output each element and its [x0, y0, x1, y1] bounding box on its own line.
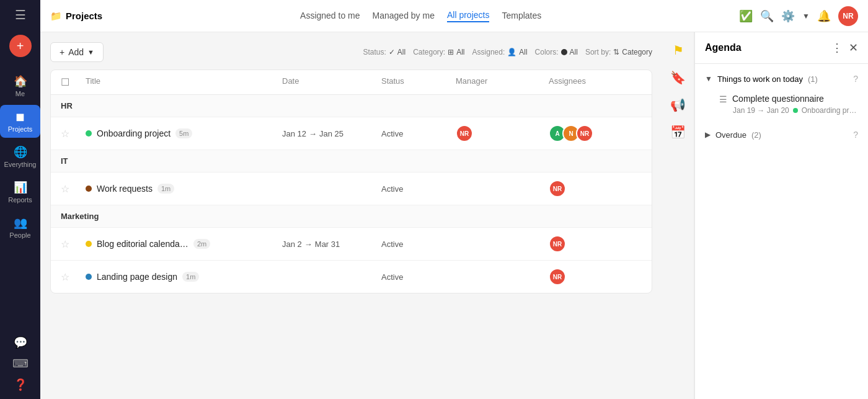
sidebar-label-me: Me	[16, 90, 25, 97]
things-to-work-label: Things to work on today	[717, 74, 803, 84]
add-bar: + Add ▼ Status: ✓ All Category: ⊞ All	[50, 42, 652, 62]
sidebar-item-projects[interactable]: ◼ Projects	[0, 105, 40, 138]
filter-status[interactable]: Status: ✓ All	[363, 48, 405, 56]
overdue-header[interactable]: ▶ Overdue (2) ?	[705, 130, 858, 140]
table-row: ☆ Landing page design 1m Active NR	[51, 261, 652, 293]
folder-icon: 📁	[50, 11, 62, 22]
category-filter-value: All	[456, 48, 464, 56]
badge-blog: 2m	[193, 239, 210, 249]
agenda-more-icon[interactable]: ⋮	[831, 41, 843, 55]
agenda-title: Agenda	[705, 42, 742, 53]
add-label: Add	[68, 47, 84, 57]
sidebar-label-reports: Reports	[8, 196, 32, 204]
yellow-flag-item[interactable]: ⚑	[666, 38, 690, 62]
filter-category[interactable]: Category: ⊞ All	[413, 48, 464, 56]
date-col-header: Date	[282, 76, 381, 88]
sidebar-item-people[interactable]: 👥 People	[0, 211, 40, 244]
project-name-landing[interactable]: Landing page design 1m	[86, 272, 282, 282]
agenda-task-questionnaire[interactable]: ☰ Complete questionnaire Jan 19 → Jan 20…	[695, 89, 868, 120]
status-filter-label: Status:	[363, 48, 386, 56]
star-icon-landing[interactable]: ☆	[61, 271, 86, 283]
page-title: 📁 Projects	[50, 11, 102, 22]
user-avatar[interactable]: NR	[838, 6, 858, 26]
agenda-header: Agenda ⋮ ✕	[695, 32, 868, 64]
task-header: ☰ Complete questionnaire	[719, 94, 858, 104]
chevron-down-icon[interactable]: ▼	[802, 12, 810, 20]
left-sidebar: ☰ + 🏠 Me ◼ Projects 🌐 Everything 📊 Repor…	[0, 0, 40, 399]
calendar-item[interactable]: 📅	[666, 120, 690, 144]
status-check-icon[interactable]: ✅	[739, 9, 753, 23]
notifications-icon[interactable]: 🔔	[817, 9, 831, 23]
sidebar-label-projects: Projects	[8, 125, 33, 133]
topbar: 📁 Projects Assigned to me Managed by me …	[40, 0, 868, 32]
star-icon-work-requests[interactable]: ☆	[61, 183, 86, 195]
nav-assigned-to-me[interactable]: Assigned to me	[300, 11, 360, 22]
badge-work-requests: 1m	[157, 184, 174, 194]
megaphone-item[interactable]: 📢	[666, 93, 690, 117]
assignees-onboarding: A N NR	[549, 125, 642, 142]
section-marketing: Marketing	[51, 205, 652, 228]
section-hr: HR	[51, 95, 652, 117]
star-icon-onboarding[interactable]: ☆	[61, 128, 86, 140]
filter-sort[interactable]: Sort by: ⇅ Category	[585, 48, 652, 56]
dropdown-arrow: ▼	[87, 48, 94, 56]
sort-filter-label: Sort by:	[585, 48, 611, 56]
help-icon[interactable]: ❓	[14, 378, 27, 392]
plus-icon: +	[60, 47, 64, 57]
checkbox-header[interactable]: ☐	[61, 76, 86, 88]
agenda-section-today: ▼ Things to work on today (1) ? ☰ Comple…	[695, 69, 868, 120]
table-row: ☆ Work requests 1m Active NR	[51, 173, 652, 205]
sidebar-item-everything[interactable]: 🌐 Everything	[0, 140, 40, 173]
menu-icon[interactable]: ☰	[15, 7, 26, 22]
agenda-section-overdue: ▶ Overdue (2) ?	[695, 125, 868, 145]
reports-icon: 📊	[14, 181, 27, 194]
project-name-onboarding[interactable]: Onboarding project 5m	[86, 128, 282, 138]
people-icon: 👥	[14, 216, 27, 230]
project-title-onboarding: Onboarding project	[97, 128, 170, 138]
status-work-requests: Active	[381, 184, 456, 194]
sidebar-item-reports[interactable]: 📊 Reports	[0, 176, 40, 208]
category-icon: ⊞	[448, 48, 454, 56]
assignees-blog: NR	[549, 235, 642, 253]
assignee-avatar-nr-landing: NR	[549, 268, 566, 285]
assigned-filter-label: Assigned:	[472, 48, 505, 56]
task-title: Complete questionnaire	[732, 94, 824, 104]
star-icon-blog[interactable]: ☆	[61, 238, 86, 250]
manager-avatar-nr: NR	[456, 125, 473, 142]
add-button[interactable]: + Add ▼	[50, 42, 104, 62]
sidebar-item-me[interactable]: 🏠 Me	[0, 69, 40, 102]
project-name-work-requests[interactable]: Work requests 1m	[86, 184, 282, 194]
task-date: Jan 19 → Jan 20	[733, 106, 789, 115]
nav-managed-by-me[interactable]: Managed by me	[373, 11, 435, 22]
agenda-section-header-left: ▼ Things to work on today (1)	[705, 74, 818, 84]
home-icon: 🏠	[14, 74, 27, 88]
date-onboarding: Jan 12 → Jan 25	[282, 129, 381, 138]
projects-icon: ◼	[16, 110, 25, 123]
chat-icon[interactable]: 💬	[14, 336, 27, 349]
overdue-label: Overdue	[715, 130, 746, 140]
agenda-close-icon[interactable]: ✕	[849, 41, 858, 55]
manager-col-header: Manager	[456, 76, 549, 88]
blue-bookmark-item[interactable]: 🔖	[666, 66, 690, 89]
global-add-button[interactable]: +	[9, 35, 32, 57]
nav-templates[interactable]: Templates	[502, 11, 541, 22]
assignees-landing: NR	[549, 268, 642, 285]
filter-assigned[interactable]: Assigned: 👤 All	[472, 48, 528, 56]
keyboard-icon[interactable]: ⌨	[12, 357, 29, 370]
filter-colors[interactable]: Colors: All	[535, 48, 578, 56]
help-circle-overdue-icon[interactable]: ?	[853, 130, 858, 140]
project-name-blog[interactable]: Blog editorial calenda… 2m	[86, 239, 282, 249]
project-title-work-requests: Work requests	[97, 184, 153, 194]
search-icon[interactable]: 🔍	[760, 9, 774, 23]
nav-all-projects[interactable]: All projects	[447, 10, 489, 22]
colors-filter-value: All	[570, 48, 578, 56]
badge-landing: 1m	[182, 272, 199, 282]
status-filter-value: All	[397, 48, 405, 56]
main-content: 📁 Projects Assigned to me Managed by me …	[40, 0, 868, 399]
chevron-down-icon: ▼	[705, 74, 712, 83]
sort-filter-value: Category	[622, 48, 652, 56]
help-circle-icon[interactable]: ?	[853, 74, 858, 84]
settings-icon[interactable]: ⚙️	[781, 9, 795, 23]
agenda-section-header-today[interactable]: ▼ Things to work on today (1) ?	[695, 69, 868, 89]
topbar-nav: Assigned to me Managed by me All project…	[112, 10, 729, 22]
